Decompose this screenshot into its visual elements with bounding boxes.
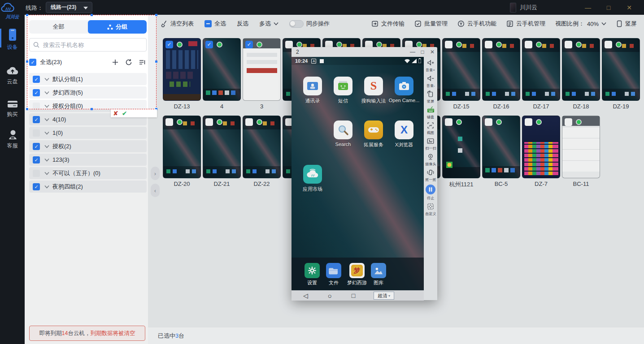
app-extend-service[interactable]: 拓展服务 bbox=[358, 120, 389, 148]
device-card[interactable]: BC-11 bbox=[562, 116, 600, 189]
app-search[interactable]: Search bbox=[328, 120, 358, 148]
device-screen[interactable] bbox=[562, 38, 600, 101]
group-checkbox[interactable] bbox=[33, 183, 40, 190]
line-select-dropdown[interactable]: 线路一(23) bbox=[46, 2, 92, 13]
volume-up-button[interactable]: 音量+ bbox=[425, 59, 435, 73]
group-row[interactable]: 123(3) bbox=[29, 154, 147, 166]
group-row[interactable]: 默认分组(1) bbox=[29, 73, 147, 85]
dock-gallery[interactable]: 图库 bbox=[371, 263, 386, 286]
device-screen[interactable] bbox=[243, 38, 281, 101]
panel-expand-handle[interactable]: › bbox=[151, 167, 160, 180]
file-transfer-button[interactable]: 文件传输 bbox=[371, 20, 405, 28]
tab-all[interactable]: 全部 bbox=[29, 20, 88, 34]
device-checkbox[interactable] bbox=[165, 118, 173, 126]
group-checkbox[interactable] bbox=[33, 103, 40, 110]
maximize-button[interactable]: □ bbox=[598, 0, 619, 15]
cancel-capture-icon[interactable]: ✘ bbox=[113, 110, 118, 116]
device-screen[interactable] bbox=[442, 116, 480, 178]
device-card[interactable]: 3 bbox=[243, 38, 281, 112]
device-card[interactable]: DZ-22 bbox=[243, 116, 281, 189]
device-card[interactable]: DZ-18 bbox=[562, 38, 600, 112]
rotate-screen-button[interactable]: 竖屏 bbox=[426, 90, 435, 104]
toggle-off-icon[interactable] bbox=[289, 20, 304, 28]
group-checkbox[interactable] bbox=[33, 89, 40, 96]
device-card[interactable]: DZ-13 bbox=[163, 38, 201, 112]
volume-down-button[interactable]: 音量- bbox=[426, 74, 435, 89]
indeterminate-checkbox[interactable] bbox=[205, 20, 212, 27]
device-card[interactable]: BC-5 bbox=[482, 116, 520, 189]
stop-button[interactable]: 停止 bbox=[425, 184, 436, 201]
chevron-down-icon[interactable] bbox=[44, 145, 49, 148]
sync-operation-toggle[interactable]: 同步操作 bbox=[289, 20, 330, 28]
chevron-down-icon[interactable] bbox=[44, 91, 49, 95]
dock-settings[interactable]: 设置 bbox=[305, 263, 320, 286]
device-screen[interactable] bbox=[442, 38, 480, 101]
phone-close-button[interactable]: ✕ bbox=[427, 47, 437, 57]
group-row[interactable]: 授权(2) bbox=[29, 140, 147, 152]
group-checkbox[interactable] bbox=[33, 156, 40, 163]
app-open-camera[interactable]: Open Came... bbox=[389, 77, 419, 104]
sidebar-item-service[interactable]: 客服 bbox=[0, 129, 25, 150]
dock-files[interactable]: 文件 bbox=[326, 263, 341, 286]
device-checkbox[interactable] bbox=[205, 118, 213, 126]
device-screen[interactable] bbox=[522, 38, 560, 101]
device-screen[interactable] bbox=[602, 38, 640, 101]
device-checkbox[interactable] bbox=[525, 118, 532, 126]
group-checkbox[interactable] bbox=[33, 76, 40, 83]
device-checkbox[interactable] bbox=[245, 118, 253, 126]
chevron-down-icon[interactable] bbox=[44, 185, 49, 189]
dock-mhxy[interactable]: 梦 梦幻西游 bbox=[347, 263, 367, 286]
multi-select-button[interactable]: 多选 bbox=[259, 20, 278, 28]
device-card[interactable]: 4 bbox=[203, 38, 241, 112]
app-sogou-input[interactable]: S 搜狗输入法 bbox=[358, 77, 389, 104]
phone-maximize-button[interactable]: □ bbox=[418, 47, 427, 57]
group-checkbox[interactable] bbox=[33, 129, 40, 137]
device-screen[interactable] bbox=[562, 116, 600, 178]
phone-functions-button[interactable]: 云手机功能 bbox=[457, 20, 496, 28]
group-row[interactable]: 不可以（五开）(0) bbox=[29, 167, 147, 179]
app-x-browser[interactable]: X X浏览器 bbox=[389, 120, 419, 148]
group-checkbox[interactable] bbox=[33, 116, 40, 123]
batch-manage-button[interactable]: 批量管理 bbox=[414, 20, 448, 28]
device-checkbox[interactable] bbox=[605, 41, 612, 48]
close-button[interactable]: ✕ bbox=[619, 0, 640, 15]
chevron-down-icon[interactable] bbox=[44, 172, 49, 175]
sidebar-item-devices[interactable]: 设备 bbox=[0, 28, 25, 51]
device-screen[interactable] bbox=[203, 116, 241, 178]
phone-screen[interactable]: 10:24 A bbox=[292, 57, 424, 290]
device-checkbox[interactable] bbox=[565, 41, 572, 48]
device-checkbox[interactable] bbox=[165, 41, 173, 48]
sidebar-item-buy[interactable]: 购买 bbox=[0, 99, 25, 118]
chevron-down-icon[interactable] bbox=[44, 104, 49, 108]
tab-groups[interactable]: 分组 bbox=[88, 20, 147, 34]
refresh-icon[interactable] bbox=[125, 59, 132, 66]
chevron-down-icon[interactable] bbox=[44, 131, 49, 135]
webcam-button[interactable]: 摄像头 bbox=[425, 153, 437, 167]
chevron-down-icon[interactable] bbox=[44, 77, 49, 81]
device-checkbox[interactable] bbox=[565, 118, 572, 126]
add-group-icon[interactable] bbox=[112, 59, 119, 66]
app-messages[interactable]: 短信 bbox=[328, 77, 358, 104]
device-screen[interactable] bbox=[482, 38, 520, 101]
device-screen[interactable] bbox=[243, 116, 281, 178]
phone-preview-window[interactable]: 2 — □ ✕ 10:24 A bbox=[292, 47, 437, 300]
select-all-toggle[interactable]: 全选 bbox=[205, 20, 226, 28]
search-input[interactable] bbox=[42, 41, 143, 49]
invert-select-button[interactable]: 反选 bbox=[237, 20, 248, 28]
clear-list-button[interactable]: 清空列表 bbox=[161, 20, 194, 28]
custom-button[interactable]: 自定义 bbox=[425, 202, 437, 217]
group-row[interactable]: 夜鸦四组(2) bbox=[29, 181, 147, 193]
device-card[interactable]: DZ-20 bbox=[163, 116, 201, 189]
device-screen[interactable] bbox=[482, 116, 520, 178]
device-card[interactable]: DZ-7 bbox=[522, 116, 560, 189]
panel-collapse-handle[interactable]: ‹ bbox=[151, 184, 160, 197]
back-icon[interactable]: ◁ bbox=[303, 292, 308, 299]
device-checkbox[interactable] bbox=[245, 41, 253, 48]
device-card[interactable]: 杭州1121 bbox=[442, 116, 480, 189]
keyboard-button[interactable]: 键盘 bbox=[426, 106, 435, 120]
phone-minimize-button[interactable]: — bbox=[408, 47, 418, 57]
device-screen[interactable] bbox=[522, 116, 560, 178]
group-row[interactable]: 1(0) bbox=[29, 127, 147, 139]
device-card[interactable]: DZ-19 bbox=[602, 38, 640, 112]
device-checkbox[interactable] bbox=[485, 41, 492, 48]
